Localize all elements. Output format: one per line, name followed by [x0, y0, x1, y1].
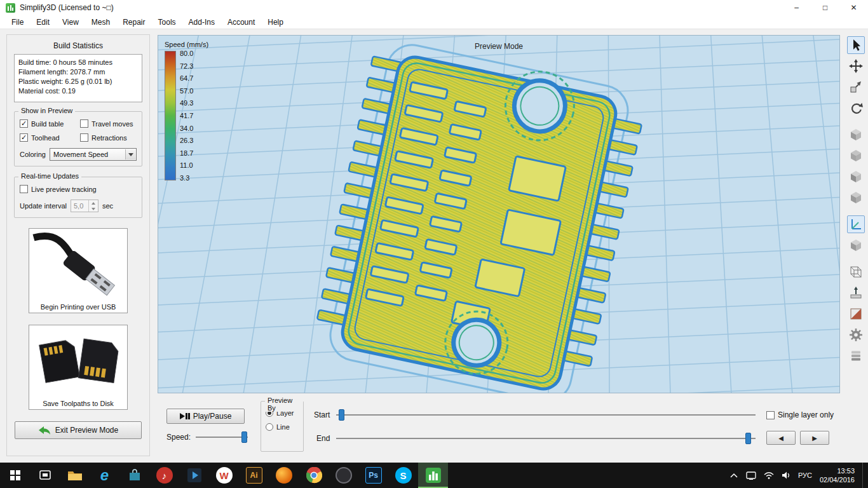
- tablet-mode-icon[interactable]: [746, 471, 756, 480]
- spin-down-icon[interactable]: [89, 206, 98, 212]
- view-cube-icon: [849, 238, 863, 252]
- menu-tools[interactable]: Tools: [152, 18, 182, 27]
- coloring-label: Coloring: [20, 151, 46, 158]
- speed-slider-handle[interactable]: [241, 431, 247, 443]
- coordinate-axes-button[interactable]: [847, 215, 865, 233]
- legend-tick: 3.3: [180, 174, 193, 182]
- surface-normal-button[interactable]: [847, 284, 865, 302]
- checkbox-toolhead[interactable]: Toolhead: [20, 133, 80, 142]
- maximize-button[interactable]: □: [811, 0, 839, 15]
- preview-3d-viewport[interactable]: Preview Mode Speed (mm/s) 80.0 72.3 64.7…: [158, 35, 840, 393]
- taskbar-simplify3d[interactable]: [418, 463, 448, 488]
- top-view-button[interactable]: [847, 147, 865, 165]
- models-list-button[interactable]: [847, 347, 865, 365]
- taskbar-skype[interactable]: S: [388, 463, 418, 488]
- scale-tool-button[interactable]: [847, 78, 865, 96]
- taskbar-task-view[interactable]: [30, 463, 60, 488]
- update-interval-spinner[interactable]: [71, 200, 98, 212]
- chevron-down-icon[interactable]: [125, 149, 135, 159]
- taskbar-music-app[interactable]: ♪: [149, 463, 179, 488]
- settings-button[interactable]: [847, 326, 865, 344]
- file-explorer-icon: [67, 469, 83, 482]
- start-button[interactable]: [0, 463, 30, 488]
- begin-printing-usb-button[interactable]: Begin Printing over USB: [29, 228, 128, 313]
- checkbox-icon[interactable]: [20, 119, 28, 128]
- checkbox-icon[interactable]: [20, 133, 28, 142]
- save-toolpaths-disk-button[interactable]: Save Toolpaths to Disk: [29, 325, 128, 410]
- menu-file[interactable]: File: [5, 18, 30, 27]
- rotate-tool-button[interactable]: [847, 99, 865, 117]
- start-slider-handle[interactable]: [339, 409, 344, 421]
- exit-preview-mode-button[interactable]: Exit Preview Mode: [15, 421, 142, 439]
- coloring-dropdown[interactable]: Movement Speed: [50, 148, 137, 161]
- speed-legend: Speed (mm/s) 80.0 72.3 64.7 57.0 49.3 41…: [165, 41, 208, 182]
- cursor-arrow-icon: [853, 39, 860, 51]
- end-slider-handle[interactable]: [745, 433, 751, 444]
- skype-icon: S: [395, 467, 412, 484]
- taskbar-camera-app[interactable]: [329, 463, 358, 488]
- view-cube-icon: [849, 170, 863, 184]
- preview-by-group: Preview By Layer Line: [261, 401, 304, 452]
- window-title: Simplify3D (Licensed to ~□): [20, 3, 114, 12]
- radio-line[interactable]: Line: [266, 423, 299, 431]
- checkbox-icon[interactable]: [80, 133, 88, 142]
- taskbar-firefox[interactable]: [269, 463, 299, 488]
- checkbox-icon[interactable]: [20, 185, 28, 193]
- taskbar-photoshop[interactable]: Ps: [358, 463, 388, 488]
- checkbox-icon[interactable]: [766, 411, 775, 419]
- select-tool-button[interactable]: [847, 36, 865, 54]
- menu-help[interactable]: Help: [261, 18, 290, 27]
- checkbox-retractions[interactable]: Retractions: [80, 133, 144, 142]
- show-in-preview-group: Show in Preview Build table Travel moves…: [14, 111, 142, 166]
- wireframe-view-button[interactable]: [847, 263, 865, 281]
- taskbar-edge[interactable]: e: [90, 463, 119, 488]
- front-view-button[interactable]: [847, 168, 865, 186]
- close-button[interactable]: ✕: [839, 0, 868, 15]
- radio-label: Line: [276, 423, 290, 431]
- menu-repair[interactable]: Repair: [116, 18, 151, 27]
- menu-view[interactable]: View: [56, 18, 85, 27]
- minimize-button[interactable]: –: [782, 0, 811, 15]
- spin-up-icon[interactable]: [89, 200, 98, 206]
- play-pause-button[interactable]: Play/Pause: [166, 409, 245, 424]
- taskbar-illustrator[interactable]: Ai: [239, 463, 269, 488]
- menu-account[interactable]: Account: [221, 18, 261, 27]
- checkbox-icon[interactable]: [80, 119, 88, 128]
- legend-tick: 18.7: [180, 149, 193, 157]
- show-desktop-button[interactable]: [862, 463, 865, 488]
- taskbar-wps-office[interactable]: W: [209, 463, 239, 488]
- speed-slider[interactable]: [196, 431, 248, 443]
- volume-icon[interactable]: [782, 471, 790, 479]
- start-label: Start: [314, 410, 330, 419]
- single-layer-only-checkbox[interactable]: Single layer only: [766, 410, 834, 419]
- taskbar-chrome[interactable]: [299, 463, 329, 488]
- menu-mesh[interactable]: Mesh: [85, 18, 116, 27]
- language-indicator[interactable]: РУС: [798, 471, 812, 479]
- previous-layer-button[interactable]: ◀: [766, 431, 796, 445]
- taskbar-clock[interactable]: 13:53 02/04/2016: [820, 466, 855, 484]
- menu-edit[interactable]: Edit: [30, 18, 56, 27]
- checkbox-travel-moves[interactable]: Travel moves: [80, 119, 144, 128]
- build-statistics-box: Build time: 0 hours 58 minutes Filament …: [14, 54, 142, 102]
- cross-section-button[interactable]: [847, 305, 865, 323]
- move-tool-button[interactable]: [847, 57, 865, 75]
- next-layer-button[interactable]: ▶: [800, 431, 829, 445]
- taskbar-file-explorer[interactable]: [60, 463, 90, 488]
- wifi-icon[interactable]: [764, 471, 774, 479]
- tray-expand-icon[interactable]: [729, 472, 738, 478]
- checkbox-live-preview-tracking[interactable]: Live preview tracking: [20, 185, 137, 193]
- realtime-updates-title: Real-time Updates: [18, 172, 81, 180]
- perspective-view-button[interactable]: [847, 236, 865, 254]
- checkbox-build-table[interactable]: Build table: [20, 119, 80, 128]
- update-interval-input[interactable]: [71, 200, 88, 212]
- start-layer-slider[interactable]: [336, 409, 756, 421]
- end-layer-slider[interactable]: [336, 433, 756, 444]
- menu-addins[interactable]: Add-Ins: [182, 18, 221, 27]
- side-view-button[interactable]: [847, 189, 865, 207]
- taskbar-movies-app[interactable]: [179, 463, 209, 488]
- preview-by-title: Preview By: [265, 396, 303, 412]
- taskbar-store[interactable]: [119, 463, 149, 488]
- default-view-button[interactable]: [847, 126, 865, 144]
- stat-filament-length: Filament length: 2078.7 mm: [18, 67, 138, 77]
- radio-icon[interactable]: [266, 423, 273, 431]
